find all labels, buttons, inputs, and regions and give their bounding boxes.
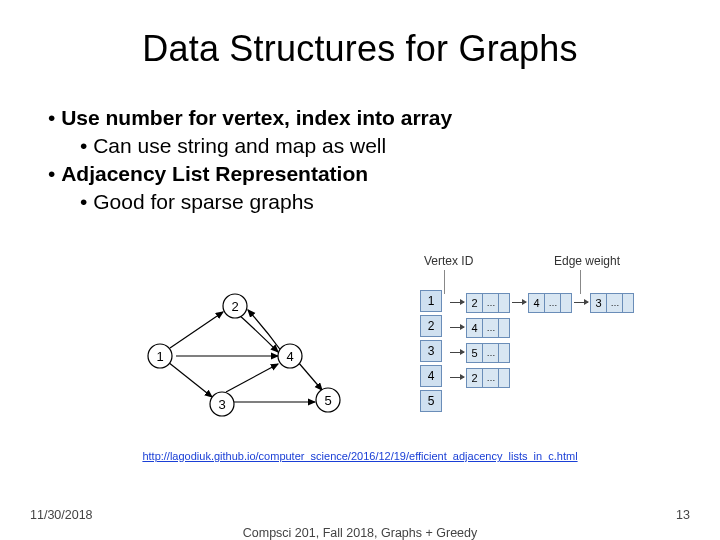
adj-row: 5 <box>420 390 634 415</box>
footer-course: Compsci 201, Fall 2018, Graphs + Greedy <box>0 526 720 540</box>
source-link-row: http://lagodiuk.github.io/computer_scien… <box>0 450 720 462</box>
svg-line-1 <box>168 362 212 397</box>
label-edge-weight: Edge weight <box>554 254 620 268</box>
svg-text:5: 5 <box>324 393 331 408</box>
footer-date: 11/30/2018 <box>30 508 93 522</box>
svg-text:1: 1 <box>156 349 163 364</box>
vertex-3: 3 <box>210 392 234 416</box>
svg-text:4: 4 <box>286 349 293 364</box>
vertex-box: 4 <box>420 365 442 387</box>
adj-row: 2 4… <box>420 315 634 340</box>
svg-line-0 <box>170 312 223 348</box>
edge-box: 2… <box>466 293 510 313</box>
vertex-2: 2 <box>223 294 247 318</box>
vertex-5: 5 <box>316 388 340 412</box>
vertex-box: 2 <box>420 315 442 337</box>
edge-box: 5… <box>466 343 510 363</box>
svg-text:3: 3 <box>218 397 225 412</box>
svg-line-5 <box>298 362 322 390</box>
bullet-l2: Can use string and map as well <box>80 132 720 160</box>
adj-row: 1 2… 4… 3… <box>420 290 634 315</box>
bullet-l1: Use number for vertex, index into array <box>48 104 720 132</box>
source-link[interactable]: http://lagodiuk.github.io/computer_scien… <box>142 450 577 462</box>
edge-box: 2… <box>466 368 510 388</box>
footer-page: 13 <box>676 508 690 522</box>
edge-box: 3… <box>590 293 634 313</box>
vertex-box: 1 <box>420 290 442 312</box>
svg-text:2: 2 <box>231 299 238 314</box>
adjacency-list: 1 2… 4… 3… 2 4… 3 5… 4 <box>420 290 634 415</box>
edge-box: 4… <box>528 293 572 313</box>
bullet-l1: Adjacency List Representation <box>48 160 720 188</box>
label-vertex-id: Vertex ID <box>424 254 473 268</box>
edge-box: 4… <box>466 318 510 338</box>
graph-diagram: 1 2 3 4 5 <box>130 282 370 432</box>
adj-row: 3 5… <box>420 340 634 365</box>
vertex-box: 5 <box>420 390 442 412</box>
slide-title: Data Structures for Graphs <box>0 0 720 70</box>
adj-row: 4 2… <box>420 365 634 390</box>
vertex-1: 1 <box>148 344 172 368</box>
bullet-l2: Good for sparse graphs <box>80 188 720 216</box>
svg-line-3 <box>226 364 278 392</box>
bullet-list: Use number for vertex, index into array … <box>48 104 720 216</box>
diagram-area: 1 2 3 4 5 Vertex ID Edge weight 1 2… 4… … <box>0 246 720 436</box>
vertex-box: 3 <box>420 340 442 362</box>
vertex-4: 4 <box>278 344 302 368</box>
